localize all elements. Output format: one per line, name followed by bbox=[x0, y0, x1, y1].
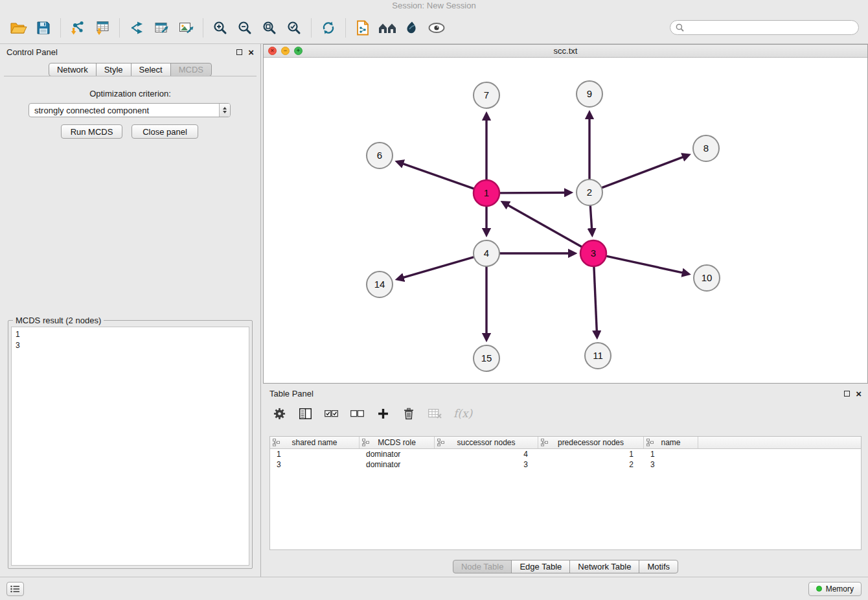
minimize-window-icon[interactable]: − bbox=[281, 47, 290, 55]
network-canvas[interactable]: 7968124314101511 bbox=[264, 58, 867, 383]
graph-edge-1-2[interactable] bbox=[499, 192, 571, 193]
table-cell-predecessor-nodes[interactable]: 1 bbox=[538, 450, 644, 459]
session-details-icon[interactable] bbox=[350, 17, 375, 39]
column-tree-icon bbox=[437, 439, 444, 448]
zoom-in-icon[interactable] bbox=[208, 17, 233, 39]
add-column-icon[interactable] bbox=[376, 406, 390, 421]
control-panel: Control Panel × NetworkStyleSelectMCDS O… bbox=[0, 44, 261, 577]
graph-edge-3-10[interactable] bbox=[606, 256, 689, 274]
graph-node-label: 6 bbox=[377, 150, 382, 161]
float-table-panel-icon[interactable] bbox=[844, 391, 850, 397]
graph-edge-2-8[interactable] bbox=[602, 155, 689, 188]
table-cell-successor-nodes[interactable]: 3 bbox=[435, 460, 538, 469]
task-history-button[interactable] bbox=[6, 582, 24, 596]
table-cell-predecessor-nodes[interactable]: 2 bbox=[538, 460, 644, 469]
close-table-panel-icon[interactable]: × bbox=[856, 389, 862, 398]
criterion-dropdown[interactable]: strongly connected component bbox=[29, 103, 231, 117]
network-title: scc.txt bbox=[264, 46, 867, 56]
memory-button[interactable]: Memory bbox=[808, 582, 862, 596]
table-toolbar: f(x) bbox=[272, 402, 472, 424]
graph-edge-3-11[interactable] bbox=[594, 266, 597, 337]
result-line: 1 bbox=[16, 329, 245, 340]
tab-node-table[interactable]: Node Table bbox=[453, 560, 512, 573]
network-graph[interactable]: 7968124314101511 bbox=[264, 58, 867, 383]
toolbar-separator bbox=[311, 18, 312, 38]
run-mcds-button[interactable]: Run MCDS bbox=[61, 124, 122, 139]
table-tabs: Node TableEdge TableNetwork TableMotifs bbox=[263, 560, 868, 573]
zoom-out-icon[interactable] bbox=[233, 17, 257, 39]
graph-node-label: 11 bbox=[593, 350, 603, 361]
graph-edge-1-6[interactable] bbox=[397, 162, 474, 189]
unselect-all-columns-icon[interactable] bbox=[350, 406, 364, 421]
column-header-predecessor-nodes[interactable]: predecessor nodes bbox=[538, 437, 644, 448]
table-cell-mcds-role[interactable]: dominator bbox=[360, 450, 435, 459]
close-panel-button[interactable]: Close panel bbox=[131, 124, 198, 139]
graph-edge-2-3[interactable] bbox=[590, 205, 592, 235]
zoom-selected-icon[interactable] bbox=[282, 17, 306, 39]
float-panel-icon[interactable] bbox=[236, 49, 242, 55]
graph-node-label: 4 bbox=[484, 248, 489, 259]
table-cell-shared-name[interactable]: 3 bbox=[270, 460, 360, 469]
tab-network[interactable]: Network bbox=[49, 63, 97, 76]
column-tree-icon bbox=[541, 439, 548, 448]
optimization-label: Optimization criterion: bbox=[0, 89, 260, 98]
column-tree-icon bbox=[646, 439, 654, 448]
mcds-result-label: MCDS result (2 nodes) bbox=[13, 316, 104, 325]
table-row[interactable]: 3dominator323 bbox=[270, 459, 861, 470]
import-table-icon[interactable] bbox=[90, 17, 115, 39]
table-cell-name[interactable]: 3 bbox=[644, 460, 698, 469]
table-panel-header: Table Panel × bbox=[263, 386, 868, 401]
delete-column-icon[interactable] bbox=[402, 406, 416, 421]
control-panel-header: Control Panel × bbox=[0, 44, 260, 60]
column-settings-gear-icon[interactable] bbox=[272, 406, 286, 421]
graph-node-label: 9 bbox=[587, 88, 592, 99]
main-toolbar bbox=[0, 12, 868, 44]
style-brush-icon[interactable] bbox=[400, 17, 424, 39]
column-header-name[interactable]: name bbox=[644, 437, 698, 448]
table-cell-mcds-role[interactable]: dominator bbox=[360, 460, 435, 469]
memory-status-icon bbox=[816, 586, 822, 592]
first-neighbors-icon[interactable] bbox=[375, 17, 400, 39]
table-cell-successor-nodes[interactable]: 4 bbox=[435, 450, 538, 459]
show-graphics-icon[interactable] bbox=[424, 17, 449, 39]
graph-edge-4-14[interactable] bbox=[398, 257, 474, 279]
show-column-panel-icon[interactable] bbox=[298, 406, 312, 421]
column-header-successor-nodes[interactable]: successor nodes bbox=[435, 437, 538, 448]
table-panel-title: Table Panel bbox=[269, 389, 314, 398]
column-header-shared-name[interactable]: shared name bbox=[270, 437, 360, 448]
table-row[interactable]: 1dominator411 bbox=[270, 449, 861, 459]
list-icon bbox=[10, 585, 20, 593]
select-all-columns-icon[interactable] bbox=[324, 406, 338, 421]
table-header-row: shared nameMCDS rolesuccessor nodesprede… bbox=[270, 437, 861, 449]
column-header-filler bbox=[698, 437, 861, 448]
new-table-icon[interactable] bbox=[149, 17, 174, 39]
tab-select[interactable]: Select bbox=[131, 63, 171, 76]
refresh-layout-icon[interactable] bbox=[316, 17, 341, 39]
graph-edge-3-1[interactable] bbox=[503, 202, 582, 247]
toolbar-separator bbox=[119, 18, 120, 38]
zoom-fit-icon[interactable] bbox=[257, 17, 282, 39]
tab-motifs[interactable]: Motifs bbox=[639, 560, 678, 573]
window-title: Session: New Session bbox=[392, 1, 475, 10]
maximize-window-icon[interactable]: + bbox=[294, 47, 303, 55]
search-input[interactable] bbox=[687, 23, 853, 32]
graph-node-label: 1 bbox=[484, 187, 489, 198]
tab-style[interactable]: Style bbox=[96, 63, 131, 76]
graph-node-label: 3 bbox=[591, 248, 596, 259]
table-cell-shared-name[interactable]: 1 bbox=[270, 450, 360, 459]
new-network-icon[interactable] bbox=[124, 17, 149, 39]
save-session-icon[interactable] bbox=[31, 17, 56, 39]
column-header-label: predecessor nodes bbox=[558, 438, 624, 447]
table-cell-name[interactable]: 1 bbox=[644, 450, 698, 459]
column-header-mcds-role[interactable]: MCDS role bbox=[360, 437, 435, 448]
export-image-icon[interactable] bbox=[174, 17, 198, 39]
import-network-icon[interactable] bbox=[65, 17, 90, 39]
column-header-label: MCDS role bbox=[378, 438, 416, 447]
close-window-icon[interactable]: × bbox=[268, 47, 277, 55]
tab-mcds[interactable]: MCDS bbox=[170, 63, 212, 76]
search-box[interactable] bbox=[670, 20, 859, 35]
tab-network-table[interactable]: Network Table bbox=[569, 560, 639, 573]
tab-edge-table[interactable]: Edge Table bbox=[511, 560, 570, 573]
open-session-icon[interactable] bbox=[6, 17, 31, 39]
close-panel-icon[interactable]: × bbox=[248, 47, 254, 57]
